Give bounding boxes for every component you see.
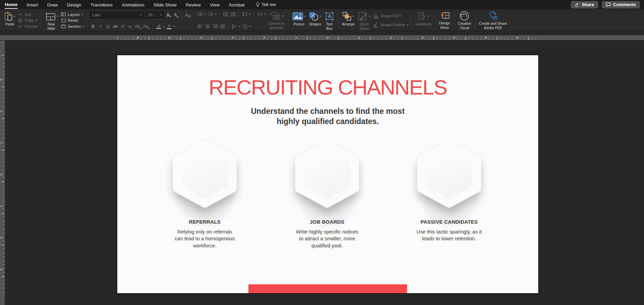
bullets-chevron[interactable] (204, 13, 206, 15)
shrink-font-button[interactable]: A (173, 13, 179, 17)
font-group: Lato 10.... A A A (89, 11, 192, 30)
card-heading[interactable]: PASSIVE CANDIDATES (405, 219, 493, 225)
tab-view[interactable]: View (210, 1, 220, 8)
sensitivity-button[interactable]: Sensitivity (414, 11, 433, 29)
layout-button[interactable]: Layout (61, 12, 84, 17)
new-slide-button[interactable]: New Slide (42, 11, 60, 30)
underline-button[interactable]: U (105, 24, 111, 29)
picture-button[interactable]: Picture (291, 11, 307, 26)
font-color-button[interactable]: A (166, 24, 172, 29)
quick-styles-button[interactable]: Quick Styles (356, 11, 373, 30)
align-center-button[interactable] (204, 24, 210, 28)
v-ruler-number: 0 (0, 174, 3, 176)
tab-design[interactable]: Design (67, 1, 81, 8)
justify-button[interactable] (219, 24, 225, 28)
superscript-button[interactable]: x² (120, 24, 126, 29)
card-body[interactable]: Write highly specific notices to attract… (294, 228, 360, 249)
section-button[interactable]: Section (61, 23, 84, 29)
card-heading[interactable]: JOB BOARDS (283, 219, 371, 225)
align-text-chevron[interactable] (249, 25, 251, 27)
h-ruler-number: 2 (263, 36, 265, 39)
slide-canvas[interactable]: RECRUITING CHANNELS Understand the chann… (117, 55, 538, 293)
font-size-select[interactable]: 10.... (145, 12, 164, 18)
horizontal-ruler[interactable]: 6 5 4 3 2 1 0 1 2 3 4 5 6 (0, 35, 644, 40)
slide-title[interactable]: RECRUITING CHANNELS (117, 77, 538, 98)
numbering-button[interactable]: 1 23 (207, 12, 214, 16)
decrease-indent-button[interactable] (222, 12, 228, 16)
hexagon-shape[interactable] (295, 140, 359, 208)
card-body[interactable]: Relying only on referrals can lead to a … (173, 228, 237, 249)
card-referrals[interactable]: REFERRALS Relying only on referrals can … (161, 140, 249, 249)
hexagon-shape[interactable] (417, 140, 481, 208)
hexagon-shape[interactable] (173, 140, 237, 208)
line-spacing-chevron[interactable] (249, 13, 251, 15)
copy-button[interactable]: Copy (18, 18, 37, 23)
accent-bar-shape[interactable] (248, 284, 407, 293)
arrange-chevron[interactable] (352, 15, 355, 17)
create-share-adobe-pdf-button[interactable]: Create and Share Adobe PDF (477, 11, 509, 29)
new-slide-chevron[interactable] (56, 15, 59, 17)
subscript-button[interactable]: x₂ (127, 24, 133, 29)
character-spacing-button[interactable]: AV (135, 24, 142, 29)
design-ideas-icon (440, 11, 450, 20)
paste-dropdown-chevron[interactable] (13, 15, 16, 17)
picture-chevron[interactable] (304, 15, 306, 17)
highlight-color-chevron[interactable] (163, 25, 165, 27)
columns-chevron[interactable] (264, 13, 266, 15)
card-heading[interactable]: REFERRALS (161, 219, 249, 225)
card-body[interactable]: Use this tactic sparingly, as it leads t… (413, 228, 486, 242)
text-direction-chevron[interactable] (238, 25, 241, 27)
share-button[interactable]: Share (571, 1, 598, 8)
tell-me[interactable]: Tell me (256, 2, 276, 7)
card-job-boards[interactable]: JOB BOARDS Write highly specific notices… (283, 140, 371, 249)
highlight-color-button[interactable] (156, 24, 162, 29)
ribbon: Paste ✂ Cut Copy (0, 9, 644, 30)
align-text-button[interactable] (242, 24, 248, 29)
strikethrough-button[interactable]: ab (112, 24, 118, 29)
format-button[interactable]: Format (18, 23, 37, 29)
convert-to-smartart-button[interactable]: Convert to SmartArt (266, 11, 286, 29)
design-ideas-button[interactable]: Design Ideas (437, 11, 452, 29)
shape-fill-button[interactable]: Shape Fill (373, 13, 408, 19)
grow-font-button[interactable]: A (166, 12, 172, 18)
tab-slide-show[interactable]: Slide Show (154, 1, 177, 8)
line-spacing-button[interactable] (242, 12, 248, 16)
tab-insert[interactable]: Insert (27, 1, 38, 8)
reset-button[interactable]: Reset (61, 18, 84, 23)
v-ruler-number: 1 (0, 142, 3, 144)
tab-review[interactable]: Review (186, 1, 201, 8)
tab-acrobat[interactable]: Acrobat (229, 1, 245, 8)
text-box-button[interactable]: A Text Box (323, 11, 336, 30)
clear-formatting-button[interactable]: A (185, 12, 191, 18)
align-left-button[interactable] (197, 24, 203, 28)
text-direction-button[interactable]: A (231, 24, 237, 29)
scissors-icon: ✂ (18, 12, 23, 17)
arrange-button[interactable]: Arrange (340, 11, 356, 26)
tab-transitions[interactable]: Transitions (90, 1, 113, 8)
tab-home[interactable]: Home (5, 1, 18, 9)
v-ruler-number: 2 (0, 110, 3, 112)
shapes-button[interactable]: Shapes (307, 11, 323, 26)
shapes-chevron[interactable] (319, 15, 322, 17)
italic-button[interactable]: I (97, 24, 103, 29)
font-name-select[interactable]: Lato (90, 12, 144, 18)
tab-draw[interactable]: Draw (47, 1, 58, 8)
numbering-chevron[interactable] (215, 13, 217, 15)
vertical-ruler[interactable]: 3 2 1 0 1 2 3 (0, 41, 5, 305)
align-right-button[interactable] (212, 24, 218, 28)
bullets-button[interactable] (197, 12, 203, 16)
slide-subtitle[interactable]: Understand the channels to find the most… (117, 106, 538, 127)
shape-outline-button[interactable]: Shape Outline (373, 22, 408, 28)
bold-button[interactable]: B (90, 24, 96, 29)
increase-indent-button[interactable] (230, 12, 236, 16)
card-passive-candidates[interactable]: PASSIVE CANDIDATES Use this tactic spari… (405, 140, 493, 242)
comments-button[interactable]: Comments (602, 1, 640, 8)
font-size-value: 10.... (148, 13, 157, 17)
creative-cloud-button[interactable]: Creative Cloud (456, 11, 473, 29)
change-case-button[interactable]: Aa (143, 24, 150, 29)
cut-button[interactable]: ✂ Cut (18, 12, 37, 17)
columns-button[interactable] (257, 12, 263, 16)
font-color-chevron[interactable] (173, 25, 176, 27)
tab-animations[interactable]: Animations (122, 1, 144, 8)
paste-button[interactable]: Paste (3, 11, 17, 26)
